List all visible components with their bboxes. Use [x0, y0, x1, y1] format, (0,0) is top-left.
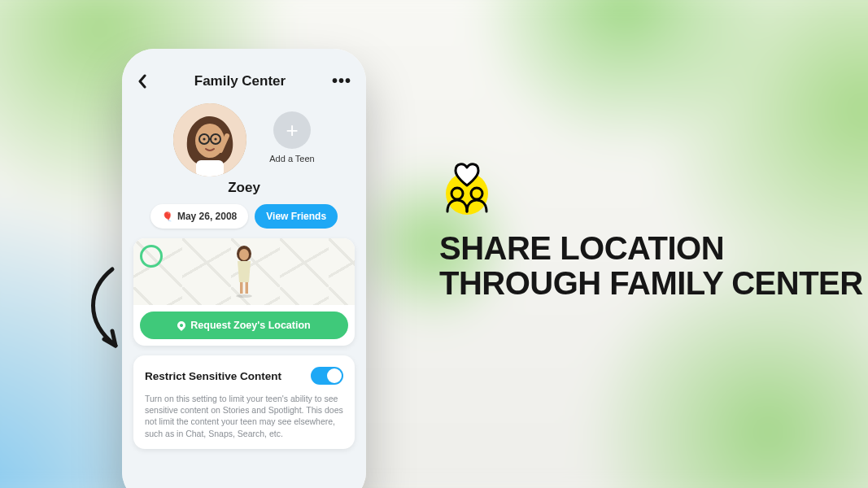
birthday-text: May 26, 2008: [177, 211, 237, 222]
teen-name: Zoey: [122, 180, 366, 196]
birthday-chip[interactable]: 🎈 May 26, 2008: [150, 204, 248, 229]
promo-headline: Share Location Through Family Center: [439, 231, 863, 301]
map-preview[interactable]: [133, 238, 355, 305]
svg-rect-11: [246, 282, 249, 294]
family-center-logo-icon: [439, 161, 495, 216]
map-bitmoji-icon: [231, 245, 257, 298]
more-options-button[interactable]: •••: [332, 72, 351, 90]
request-location-label: Request Zoey's Location: [190, 320, 310, 331]
add-teen-button[interactable]: + Add a Teen: [269, 111, 314, 163]
teen-avatar[interactable]: [173, 103, 246, 176]
plus-icon: +: [273, 111, 311, 149]
restrict-content-description: Turn on this setting to limit your teen'…: [145, 393, 343, 439]
svg-point-14: [451, 188, 463, 199]
top-bar: Family Center •••: [122, 49, 366, 97]
promo-headline-line2: Through Family Center: [439, 266, 863, 301]
location-card: Request Zoey's Location: [133, 238, 355, 346]
add-teen-label: Add a Teen: [269, 154, 314, 163]
profile-area: + Add a Teen: [122, 97, 366, 178]
svg-point-5: [203, 137, 206, 140]
promo-headline-line1: Share Location: [439, 231, 863, 266]
svg-point-12: [236, 294, 252, 298]
restrict-content-title: Restrict Sensitive Content: [145, 370, 281, 382]
chevron-left-icon: [137, 74, 148, 89]
restrict-content-card: Restrict Sensitive Content Turn on this …: [133, 355, 355, 449]
svg-point-15: [471, 188, 482, 199]
svg-rect-10: [240, 282, 243, 294]
callout-arrow-icon: [80, 264, 137, 362]
restrict-content-toggle[interactable]: [311, 367, 343, 385]
view-friends-label: View Friends: [266, 211, 326, 222]
profile-chips: 🎈 May 26, 2008 View Friends: [122, 204, 366, 229]
app-screen: Family Center •••: [122, 49, 366, 488]
svg-point-6: [215, 137, 217, 140]
page-title: Family Center: [194, 73, 286, 89]
svg-rect-7: [196, 160, 224, 176]
request-location-button[interactable]: Request Zoey's Location: [140, 312, 348, 339]
bitmoji-avatar-icon: [173, 103, 246, 176]
location-pin-icon: [176, 320, 187, 331]
view-friends-button[interactable]: View Friends: [255, 204, 338, 229]
back-button[interactable]: [137, 74, 148, 89]
promo-panel: Share Location Through Family Center: [439, 161, 863, 301]
phone-mockup: Family Center •••: [122, 49, 366, 488]
balloon-icon: 🎈: [162, 211, 173, 222]
svg-point-9: [239, 249, 249, 260]
